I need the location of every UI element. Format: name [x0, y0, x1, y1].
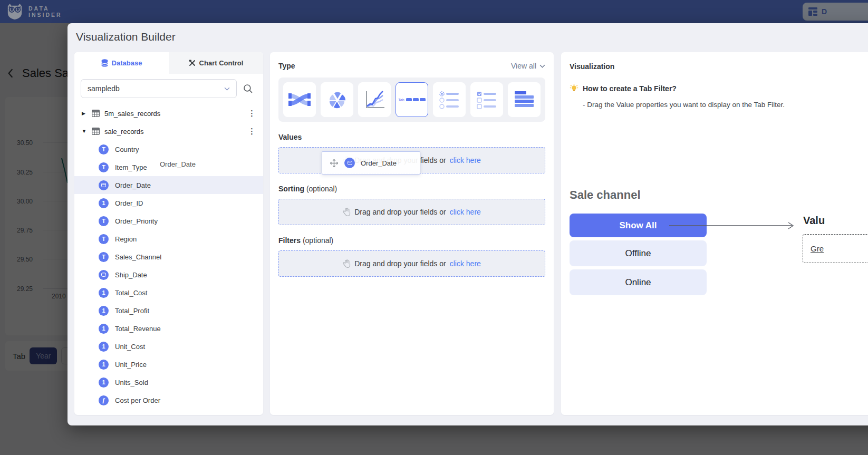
text-type-icon: T — [99, 234, 109, 244]
offline-button[interactable]: Offline — [570, 240, 707, 266]
tab-chart-control[interactable]: Chart Control — [169, 52, 263, 74]
text-type-icon: T — [99, 144, 109, 154]
type-label: Type — [278, 62, 295, 70]
chevron-down-icon — [539, 64, 545, 68]
number-type-icon: 1 — [99, 288, 109, 298]
left-panel-tabs: Database Chart Control — [74, 52, 263, 74]
move-icon — [330, 159, 339, 168]
chart-type-tab-filter[interactable]: Tab — [396, 82, 428, 117]
field-row-cost-per-order[interactable]: ƒCost per Order — [74, 391, 263, 409]
chip-label: Order_Date — [361, 159, 397, 167]
chart-type-radio-list[interactable] — [433, 82, 466, 117]
field-row-order-date[interactable]: Order_Date — [74, 176, 263, 194]
field-row-sales-channel[interactable]: TSales_Channel — [74, 248, 263, 266]
chart-type-table[interactable] — [508, 82, 541, 117]
annotation-link[interactable]: Gre — [811, 244, 824, 253]
field-row-units-sold[interactable]: 1Units_Sold — [74, 373, 263, 391]
chart-type-line[interactable] — [358, 82, 391, 117]
database-select[interactable]: sampledb — [81, 79, 237, 98]
field-row-order-priority[interactable]: TOrder_Priority — [74, 212, 263, 230]
tree-node-5m-sales-records[interactable]: ▶ 5m_sales_records ⋮ — [74, 104, 263, 122]
database-search-row: sampledb — [74, 74, 263, 101]
date-type-icon — [99, 180, 109, 190]
field-label: Unit_Price — [115, 361, 147, 369]
field-label: Total_Cost — [115, 289, 147, 297]
text-type-icon: T — [99, 162, 109, 172]
radio-list-icon — [438, 89, 461, 110]
annotation-title: Valu — [803, 215, 825, 227]
sorting-label: Sorting (optional) — [278, 185, 337, 193]
field-label: Ship_Date — [115, 271, 147, 279]
date-type-icon — [99, 270, 109, 280]
number-type-icon: 1 — [99, 377, 109, 388]
field-row-ship-date[interactable]: Ship_Date — [74, 266, 263, 284]
chart-type-sankey[interactable] — [283, 82, 316, 117]
dashboard-layout-icon — [808, 7, 817, 16]
database-select-value: sampledb — [88, 84, 120, 93]
field-row-region[interactable]: TRegion — [74, 230, 263, 248]
caret-right-icon[interactable]: ▶ — [82, 111, 87, 116]
lightbulb-icon — [570, 84, 578, 93]
field-row-total-cost[interactable]: 1Total_Cost — [74, 284, 263, 302]
online-button[interactable]: Online — [570, 269, 707, 295]
line-chart-icon — [363, 89, 386, 110]
dashboard-button-label: D — [822, 7, 827, 16]
preview-title: Sale channel — [570, 188, 641, 202]
field-label: Country — [115, 146, 139, 153]
filters-dropzone[interactable]: Drag and drop your fields or click here — [278, 250, 545, 277]
field-label: Order_Date — [115, 181, 151, 189]
chart-type-pie[interactable] — [321, 82, 353, 117]
logo-text-line2: INSIDER — [28, 12, 62, 18]
checkbox-list-icon — [475, 89, 498, 110]
chart-type-strip: Tab — [278, 78, 545, 122]
field-row-total-revenue[interactable]: 1Total_Revenue — [74, 320, 263, 337]
pie-icon — [325, 88, 349, 111]
modal-title: Visualization Builder — [76, 31, 176, 43]
drag-hand-icon — [343, 259, 351, 268]
view-all-button[interactable]: View all — [511, 62, 545, 70]
annotation-box: Gre — [803, 234, 868, 263]
field-label: Order_ID — [115, 199, 143, 207]
click-here-link[interactable]: click here — [450, 259, 481, 268]
kebab-menu-icon[interactable]: ⋮ — [248, 109, 256, 118]
dashboard-button[interactable]: D — [803, 3, 868, 21]
field-label: Total_Profit — [115, 307, 149, 315]
date-type-icon — [344, 158, 355, 168]
table-icon — [92, 128, 100, 135]
field-label: Sales_Channel — [115, 253, 161, 261]
values-label: Values — [278, 133, 302, 141]
search-icon[interactable] — [243, 84, 253, 94]
tab-database-label: Database — [112, 59, 142, 67]
visualization-builder-modal: Visualization Builder Database Chart Con… — [67, 23, 868, 425]
function-type-icon: ƒ — [99, 395, 109, 405]
field-row-item-type[interactable]: TItem_Type — [74, 158, 263, 176]
field-row-unit-cost[interactable]: 1Unit_Cost — [74, 337, 263, 355]
click-here-link[interactable]: click here — [450, 208, 481, 216]
chart-type-checkbox-list[interactable] — [470, 82, 503, 117]
field-row-country[interactable]: TCountry — [74, 140, 263, 158]
sorting-dropzone[interactable]: Drag and drop your fields or click here — [278, 199, 545, 225]
field-row-order-id[interactable]: 1Order_ID — [74, 194, 263, 212]
field-row-total-profit[interactable]: 1Total_Profit — [74, 302, 263, 320]
field-label: Total_Revenue — [115, 325, 161, 333]
annotation-arrow — [669, 221, 797, 230]
field-row-unit-price[interactable]: 1Unit_Price — [74, 355, 263, 373]
kebab-menu-icon[interactable]: ⋮ — [248, 127, 256, 136]
tab-database[interactable]: Database — [74, 52, 169, 74]
tip-title: How to create a Tab Filter? — [583, 84, 677, 93]
click-here-link[interactable]: click here — [450, 156, 481, 164]
caret-down-icon[interactable]: ▼ — [82, 129, 87, 134]
field-label: Item_Type — [115, 163, 147, 171]
sankey-icon — [287, 89, 312, 110]
dropzone-text: Drag and drop your fields or — [354, 259, 446, 268]
number-type-icon: 1 — [99, 324, 109, 334]
dragging-field-chip[interactable]: Order_Date — [322, 151, 420, 175]
database-icon — [101, 59, 108, 67]
view-all-label: View all — [511, 62, 536, 70]
visualization-label: Visualization — [570, 62, 614, 71]
number-type-icon: 1 — [99, 342, 109, 352]
drag-hand-icon — [343, 208, 351, 217]
database-panel: Database Chart Control sampledb — [74, 52, 263, 415]
tree-node-sale-records[interactable]: ▼ sale_records ⋮ — [74, 122, 263, 140]
field-label: Order_Priority — [115, 217, 158, 225]
